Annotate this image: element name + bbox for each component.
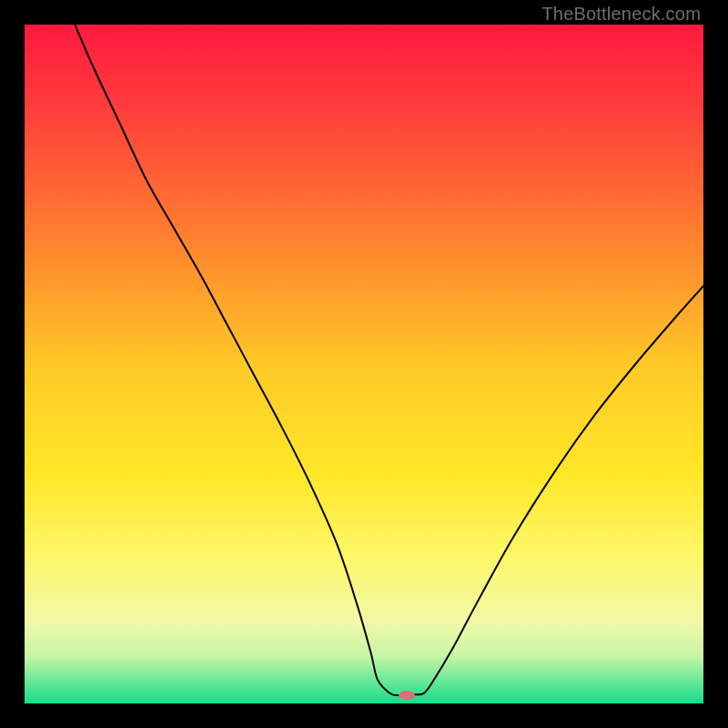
chart-frame: TheBottleneck.com <box>0 0 728 728</box>
plot-area <box>25 25 703 703</box>
gradient-background <box>25 25 703 703</box>
chart-svg <box>25 25 703 703</box>
optimum-marker <box>399 691 415 700</box>
attribution-text: TheBottleneck.com <box>541 4 701 25</box>
